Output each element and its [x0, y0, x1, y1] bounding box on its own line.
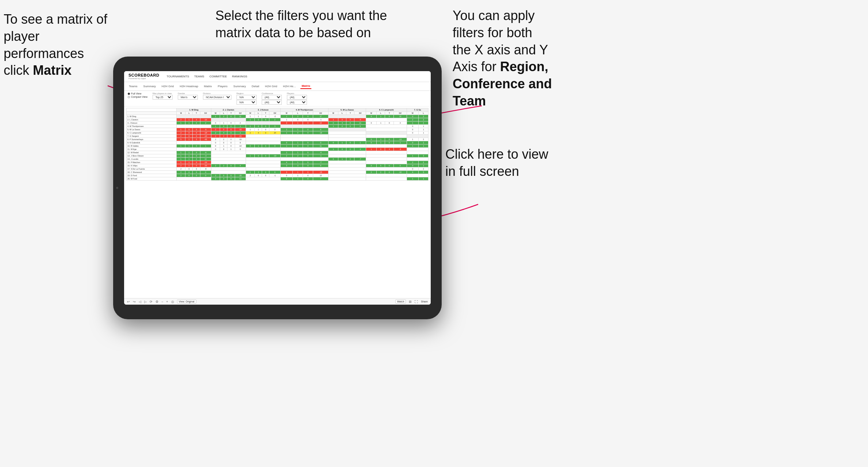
watch-label[interactable]: Watch [395, 300, 406, 304]
table-row: 8. P Summerhays510-48220-16010-1312 [127, 138, 429, 141]
matrix-cell: 2 [419, 115, 429, 118]
region-label: Region [237, 92, 257, 94]
table-row: 6. C Lamprecht200-18240124024100-1601 [127, 131, 429, 135]
nav-rankings[interactable]: RANKINGS [232, 75, 247, 78]
matrix-cell: 0 [185, 135, 193, 138]
matrix-cell: 0 [393, 164, 407, 167]
matrix-cell: 4 [407, 171, 418, 174]
matrix-cell-empty [329, 128, 366, 131]
undo-btn[interactable]: ↩ [127, 300, 130, 304]
matrix-cell: 3 [280, 164, 293, 167]
region-select-2[interactable]: N/A [237, 100, 257, 105]
matrix-cell: 0 [269, 144, 280, 148]
matrix-cell: 1 [185, 121, 193, 125]
subnav-h2hgrid[interactable]: H2H Grid [161, 84, 175, 89]
matrix-cell: -18 [200, 131, 211, 135]
players-select-2[interactable]: (All) [287, 100, 307, 105]
subnav-summary[interactable]: Summary [142, 84, 157, 89]
nav-tournaments[interactable]: TOURNAMENTS [166, 75, 189, 78]
subnav-h2hhe[interactable]: H2H He... [282, 84, 297, 89]
sh-l7: L [419, 112, 429, 115]
matrix-cell: 0 [211, 144, 220, 148]
subnav-h2hgrid2[interactable]: H2H Grid [264, 84, 278, 89]
matrix-cell: 1 [293, 174, 303, 177]
full-view-radio[interactable] [128, 93, 130, 95]
matrix-cell-empty [329, 131, 366, 135]
subnav-h2hheatmap[interactable]: H2H Heatmap [178, 84, 199, 89]
players-select-1[interactable]: (All) [287, 95, 307, 100]
matrix-cell: 1 [177, 144, 185, 148]
sub-navigation: Teams Summary H2H Grid H2H Heatmap Matri… [124, 82, 431, 91]
matrix-cell: 0 [366, 164, 376, 167]
settings-btn[interactable]: ⚙ [155, 300, 158, 304]
table-row: 3. J Koivun110201020101304011010312 [127, 121, 429, 125]
matrix-cell: 1 [407, 177, 418, 181]
matrix-cell-empty [366, 158, 407, 161]
region-select-1[interactable]: N/A [237, 95, 257, 100]
division-select[interactable]: NCAA Division I [203, 95, 231, 100]
matrix-cell-empty [329, 115, 366, 118]
annotation-topmid-text: Select the filters you want the matrix d… [215, 8, 387, 40]
refresh-btn[interactable]: ⟳ [150, 300, 153, 304]
nav-teams[interactable]: TEAMS [194, 75, 204, 78]
subnav-players[interactable]: Players [217, 84, 229, 89]
matrix-cell: 1 [255, 144, 262, 148]
conference-select-1[interactable]: (All) [262, 95, 282, 100]
filter-max-players: Max players in view Top 25 [153, 92, 173, 100]
matrix-cell: 1 [246, 154, 254, 158]
compact-view-radio[interactable] [128, 96, 130, 98]
subnav-detail[interactable]: Detail [251, 84, 260, 89]
matrix-cell: 1 [376, 141, 385, 144]
gender-select[interactable]: Men's [178, 95, 198, 100]
redo-btn[interactable]: ↪ [133, 300, 136, 304]
matrix-cell: 2 [220, 135, 227, 138]
target-btn[interactable]: ◎ [171, 300, 174, 304]
table-row: 7. G Sargent200-18220-15 [127, 135, 429, 138]
matrix-cell: 0 [303, 121, 313, 125]
layout-btn[interactable]: ⊞ [409, 300, 412, 304]
matrix-cell: 1 [280, 151, 293, 154]
full-view-option[interactable]: Full View [128, 92, 147, 95]
matrix-cell: -6 [200, 151, 211, 154]
matrix-cell: -16 [235, 138, 246, 141]
compact-view-option[interactable]: Compact View [128, 96, 147, 98]
player-name-cell: 16. K Vilips [127, 164, 177, 167]
matrix-cell: 0 [220, 128, 227, 131]
matrix-cell-empty [366, 151, 407, 154]
nav-committee[interactable]: COMMITTEE [210, 75, 227, 78]
share-btn[interactable]: Share [421, 300, 428, 303]
matrix-cell-empty [329, 138, 366, 141]
back-btn[interactable]: ◁ [139, 300, 141, 304]
player-name-cell: 10. B Valdes [127, 144, 177, 148]
sh-w7: W [407, 112, 418, 115]
matrix-cell-empty [211, 161, 246, 164]
tablet-device: SCOREBOARD Powered by clppd TOURNAMENTS … [113, 57, 442, 319]
matrix-cell-empty [329, 167, 366, 171]
col-header-6: 6. C Lamprecht [366, 108, 407, 112]
subnav-matrix[interactable]: Matrix [300, 84, 311, 89]
fullscreen-btn[interactable]: ⛶ [415, 300, 418, 304]
zoom-in-btn[interactable]: + [166, 300, 168, 304]
matrix-cell: 0 [255, 125, 262, 128]
matrix-cell: 0 [354, 125, 366, 128]
view-original-label[interactable]: View: Original [177, 300, 196, 304]
subnav-matrix-players[interactable]: Matrix [203, 84, 213, 89]
max-players-select[interactable]: Top 25 [153, 95, 173, 100]
matrix-cell: 24 [269, 131, 280, 135]
annotation-line1: To see a matrix of [4, 12, 107, 27]
matrix-cell: 2 [293, 115, 303, 118]
subheader-player [127, 112, 177, 115]
conference-select-2[interactable]: (All) [262, 100, 282, 105]
matrix-cell-empty [407, 148, 428, 151]
matrix-cell-empty [211, 158, 246, 161]
sh-w1: W [177, 112, 185, 115]
matrix-cell: -19 [269, 154, 280, 158]
matrix-cell-empty [246, 158, 280, 161]
subnav-summary2[interactable]: Summary [232, 84, 247, 89]
matrix-cell-empty [177, 115, 211, 118]
matrix-cell: 1 [246, 125, 254, 128]
forward-btn[interactable]: ▷ [144, 300, 147, 304]
subnav-teams[interactable]: Teams [128, 84, 139, 89]
zoom-out-btn[interactable]: − [161, 300, 163, 304]
matrix-cell: 0 [227, 135, 235, 138]
